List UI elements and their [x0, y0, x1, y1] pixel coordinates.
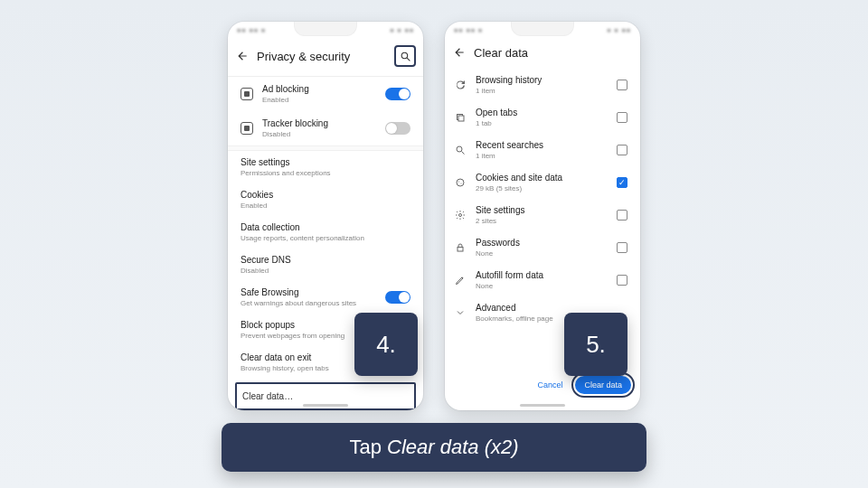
row-cookies-site-data[interactable]: Cookies and site data 29 kB (5 sites) ✓ [445, 166, 640, 199]
checkbox[interactable]: ✓ [617, 177, 627, 188]
svg-line-1 [407, 58, 410, 61]
svg-rect-3 [458, 116, 464, 121]
svg-point-7 [458, 182, 459, 183]
checkbox[interactable] [617, 112, 627, 123]
row-site-settings[interactable]: Site settings 2 sites [445, 199, 640, 231]
back-icon[interactable] [452, 45, 467, 60]
home-indicator [303, 404, 348, 407]
row-secure-dns[interactable]: Secure DNS Disabled [228, 249, 423, 281]
svg-point-8 [461, 183, 462, 184]
header: Clear data [445, 40, 640, 69]
checkbox[interactable] [617, 242, 627, 253]
search-icon [454, 144, 467, 156]
page-title: Clear data [474, 46, 633, 60]
checkbox[interactable] [617, 145, 627, 155]
row-recent-searches[interactable]: Recent searches 1 item [445, 134, 640, 166]
row-browsing-history[interactable]: Browsing history 1 item [445, 69, 640, 101]
row-autofill[interactable]: Autofill form data None [445, 264, 640, 296]
phone-notch [294, 22, 357, 36]
row-data-collection[interactable]: Data collection Usage reports, content p… [228, 216, 423, 249]
svg-point-6 [457, 179, 464, 186]
page-title: Privacy & security [257, 50, 387, 63]
toggle-tracker-blocking[interactable] [385, 122, 410, 135]
gear-icon [454, 209, 467, 221]
row-passwords[interactable]: Passwords None [445, 231, 640, 264]
checkbox[interactable] [617, 80, 627, 90]
svg-rect-10 [458, 248, 463, 252]
row-cookies[interactable]: Cookies Enabled [228, 183, 423, 216]
row-open-tabs[interactable]: Open tabs 1 tab [445, 101, 640, 134]
dialog-actions: Cancel Clear data [532, 376, 631, 394]
step-badge-4: 4. [354, 313, 418, 376]
checkbox[interactable] [617, 275, 627, 286]
header: Privacy & security [228, 40, 423, 77]
toggle-safe-browsing[interactable] [385, 291, 410, 304]
pencil-icon [454, 274, 467, 286]
svg-point-9 [459, 214, 462, 217]
back-icon[interactable] [235, 49, 250, 63]
tabs-icon [454, 111, 467, 124]
svg-point-0 [401, 52, 408, 58]
shield-icon [241, 88, 253, 100]
clear-data-button[interactable]: Clear data [575, 376, 631, 394]
shield-icon [241, 122, 253, 135]
cookie-icon [454, 176, 467, 189]
home-indicator [520, 404, 565, 407]
instruction-caption: Tap Clear data (x2) [222, 423, 646, 472]
row-safe-browsing[interactable]: Safe Browsing Get warnings about dangero… [228, 281, 423, 314]
row-site-settings[interactable]: Site settings Permissions and exceptions [228, 151, 423, 183]
row-ad-blocking[interactable]: Ad blocking Enabled [228, 77, 423, 111]
row-tracker-blocking[interactable]: Tracker blocking Disabled [228, 111, 423, 145]
chevron-down-icon [454, 306, 467, 319]
lock-icon [454, 241, 467, 254]
svg-point-4 [457, 146, 462, 152]
phone-notch [511, 22, 574, 36]
step-badge-5: 5. [564, 313, 627, 376]
svg-line-5 [462, 152, 465, 155]
cancel-button[interactable]: Cancel [532, 377, 568, 393]
checkbox[interactable] [617, 210, 627, 221]
toggle-ad-blocking[interactable] [385, 88, 410, 100]
history-icon [454, 79, 467, 91]
search-icon[interactable] [394, 45, 416, 67]
